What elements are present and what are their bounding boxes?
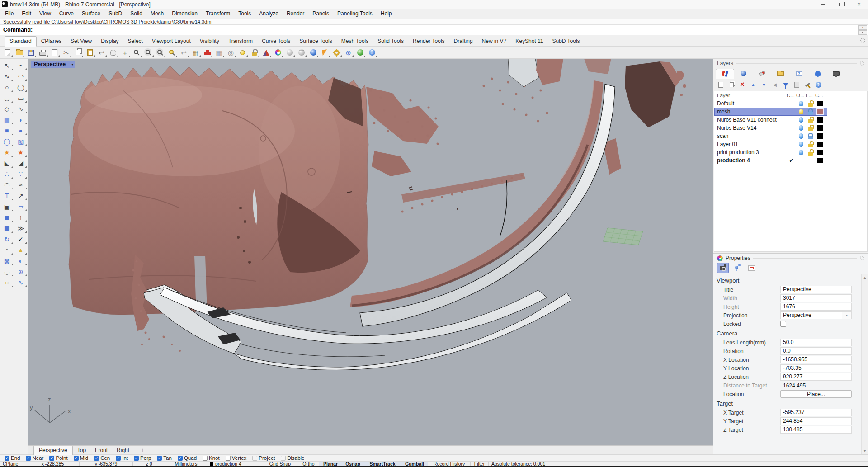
lock-objects-icon[interactable] [249,47,260,58]
minimize-button[interactable] [814,0,832,9]
viewport-properties-tab[interactable] [717,263,729,273]
status-filter[interactable]: Filter [471,462,489,466]
osnap-mid-checkbox[interactable]: ✓ [74,456,79,461]
prop-width-field[interactable]: 3017 [780,294,852,302]
layer-tools-hammer-button[interactable] [803,80,812,89]
tool-sphere[interactable]: ● [14,125,27,136]
filter-funnel-button[interactable] [781,80,790,89]
tool-surface-from-points[interactable]: ▦ [1,114,13,125]
rendered-sphere-icon[interactable] [296,47,307,58]
tool-array-linear[interactable]: ≫ [14,223,27,233]
osnap-project[interactable]: Project [252,455,275,461]
properties-scrollbar[interactable]: ▲ ▼ [861,274,868,454]
visibility-bulb-icon[interactable] [799,101,803,106]
layer-help-button[interactable]: ? [814,80,823,89]
prop-location-button[interactable]: Place... [780,390,852,398]
osnap-project-checkbox[interactable] [252,456,257,461]
viewport-tab-top[interactable]: Top [73,447,90,454]
layer-row-nurbs-base-v14[interactable]: Nurbs Base V14 [714,124,827,132]
tool-box[interactable]: ■ [1,125,13,136]
layer-name[interactable]: Nurbs Base V14 [714,125,787,131]
toolbar-tab-surface-tools[interactable]: Surface Tools [295,37,337,46]
tool-cage-edit[interactable]: ▩ [1,255,13,266]
tool-freeform-curve[interactable]: ∿ [14,104,27,114]
toolbar-tab-transform[interactable]: Transform [224,37,257,46]
tool-pyramid[interactable]: ▲ [14,245,27,255]
undo-icon[interactable]: ↩ [96,47,107,58]
osnap-tan-checkbox[interactable]: ✓ [157,456,162,461]
menu-analyze[interactable]: Analyze [255,10,283,17]
tool-rotate[interactable]: ↻ [1,234,13,244]
color-wheel-icon[interactable] [272,47,283,58]
prop-lens-length-mm-field[interactable]: 50.0 [780,339,852,346]
help-icon[interactable]: ? [366,47,377,58]
layers-column-0[interactable]: Layer [714,93,787,98]
menu-mesh[interactable]: Mesh [146,10,168,17]
viewport-tab-front[interactable]: Front [90,447,112,454]
command-line[interactable]: Command: ▲ ▼ [0,24,868,35]
object-snap-icon[interactable]: ◎ [225,47,236,58]
layer-row-nurbs-base-v11-connect[interactable]: Nurbs Base V11 connect [714,116,827,124]
zoom-window-icon[interactable] [143,47,154,58]
raytraced-sphere-icon[interactable] [307,47,319,58]
visibility-bulb-icon[interactable] [799,133,803,139]
tool-surface-edge[interactable]: ◗ [14,114,27,125]
lock-icon[interactable] [808,103,813,107]
copy-icon[interactable] [72,47,84,58]
osnap-point[interactable]: ✓Point [49,455,67,461]
prop-locked-checkbox[interactable] [780,321,786,327]
tool-lamp-tool[interactable]: ○ [1,277,13,288]
pan-icon[interactable] [108,47,119,58]
osnap-near[interactable]: ✓Near [26,455,43,461]
display-mode-cone-icon[interactable] [260,47,272,58]
prop-height-field[interactable]: 1676 [780,303,852,311]
tool-check-objects[interactable]: ✓ [14,234,27,244]
lock-icon[interactable] [808,127,813,131]
status-osnap[interactable]: Osnap [342,462,364,466]
menu-edit[interactable]: Edit [18,10,35,17]
tool-sweep[interactable]: ∿ [14,277,27,288]
toolbar-options-gear-icon[interactable] [860,38,865,43]
osnap-knot[interactable]: Knot [203,455,220,461]
prop-x-target-field[interactable]: -595.237 [780,409,852,416]
toolbar-tab-mesh-tools[interactable]: Mesh Tools [337,37,373,46]
layer-color-swatch[interactable] [817,125,823,131]
cut-icon[interactable]: ✂ [61,47,72,58]
tool-point[interactable]: • [14,60,27,71]
osnap-knot-checkbox[interactable] [203,456,208,461]
tool-boolean[interactable]: ◓ [1,245,13,255]
viewport-title-menu[interactable]: Perspective ▼ [31,61,75,68]
visibility-bulb-icon[interactable] [799,117,803,123]
osnap-end[interactable]: ✓End [5,455,20,461]
osnap-cen-checkbox[interactable]: ✓ [94,456,99,461]
tool-array[interactable]: ▦ [1,223,13,233]
tool-curve[interactable]: ◠ [14,71,27,81]
viewport-layout-icon[interactable]: ▦ [190,47,201,58]
close-button[interactable]: × [850,0,868,9]
lock-icon[interactable] [808,111,813,115]
new-sublayer-button[interactable] [727,80,736,89]
toolbar-tab-visibility[interactable]: Visibility [195,37,224,46]
zoom-icon[interactable] [131,47,142,58]
layer-row-mesh[interactable]: mesh [714,108,827,116]
scroll-down-icon[interactable]: ▼ [863,449,867,453]
toolbar-tab-render-tools[interactable]: Render Tools [408,37,449,46]
tool-polygon[interactable]: ◇ [1,104,13,114]
layer-name[interactable]: production 4 [714,157,787,164]
tool-trim[interactable]: ◣ [1,158,13,168]
lock-icon[interactable] [808,136,813,139]
toolbar-tab-cplanes[interactable]: CPlanes [37,37,66,46]
named-views-icon[interactable] [202,47,213,58]
tool-offset[interactable]: ◡ [1,266,13,277]
visibility-bulb-icon[interactable] [799,142,803,147]
osnap-perp-checkbox[interactable]: ✓ [134,456,139,461]
tool-point-cloud[interactable]: ∴ [1,169,13,179]
libraries-panel-tab[interactable] [771,68,790,79]
prop-projection-dropdown-icon[interactable]: ▾ [842,311,852,319]
render-properties-tab[interactable] [731,263,743,273]
menu-solid[interactable]: Solid [126,10,146,17]
tool-extrude[interactable]: ↑ [14,212,27,222]
collapse-button[interactable]: ◀ [770,80,779,89]
zoom-extents-icon[interactable] [166,47,178,58]
lock-icon[interactable] [808,144,813,147]
